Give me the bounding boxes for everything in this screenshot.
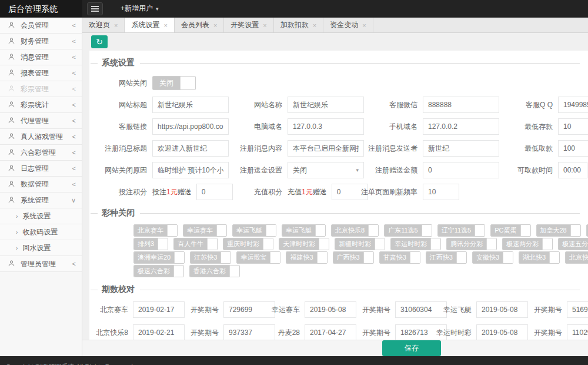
tab[interactable]: 欢迎页 × xyxy=(82,18,125,32)
site-name-input[interactable] xyxy=(288,97,364,113)
sidebar-item[interactable]: 财务管理 < xyxy=(0,34,82,49)
lottery-toggle[interactable]: 腾讯分分彩 xyxy=(446,238,497,250)
sidebar-item[interactable]: 回水设置 › xyxy=(0,240,82,256)
lottery-toggle[interactable]: 福建快3 xyxy=(286,251,327,264)
lottery-toggle[interactable]: 辽宁11选5 xyxy=(437,224,486,237)
sidebar-item[interactable]: 彩票管理 < xyxy=(0,81,82,97)
withdraw-time-from-input[interactable] xyxy=(558,162,587,178)
issue-date-input[interactable] xyxy=(305,324,356,340)
issue-date-input[interactable] xyxy=(476,301,528,318)
toggle-state-label: 关闭 xyxy=(153,77,180,89)
sidebar-item[interactable]: 报表管理 < xyxy=(0,65,82,81)
sidebar-item[interactable]: 真人游戏管理 < xyxy=(0,129,82,145)
tab[interactable]: 系统设置 × xyxy=(125,18,174,32)
lottery-toggle[interactable]: 江苏快3 xyxy=(190,251,231,264)
sidebar-item[interactable]: 系统管理 ∨ xyxy=(0,193,82,208)
chevron-icon: < xyxy=(72,133,76,140)
reg-msg-title-input[interactable] xyxy=(152,140,229,157)
reg-msg-content-input[interactable] xyxy=(288,140,364,157)
lottery-toggle[interactable]: PC蛋蛋 xyxy=(490,224,530,237)
lottery-toggle[interactable]: 极速两分彩 xyxy=(502,238,553,250)
reg-bonus-amount-input[interactable] xyxy=(423,162,499,178)
tab[interactable]: 开奖设置 × xyxy=(224,18,273,32)
lottery-toggle[interactable]: 幸运骰宝 xyxy=(236,251,280,264)
add-user-menu[interactable]: +新增用户 ▾ xyxy=(121,4,159,14)
sidebar-item[interactable]: 彩票统计 < xyxy=(0,97,82,113)
site-close-toggle[interactable]: 关闭 xyxy=(152,76,196,90)
close-icon[interactable]: × xyxy=(213,22,217,29)
save-button[interactable]: 保存 xyxy=(382,340,441,356)
sidebar-item[interactable]: 系统设置 › xyxy=(0,208,82,224)
lottery-toggle[interactable]: 幸运飞艇 xyxy=(232,224,276,237)
sidebar-item[interactable]: 管理员管理 < xyxy=(0,256,82,272)
issue-number-input[interactable] xyxy=(567,324,588,340)
reg-bonus-select[interactable]: 关闭 ▾ xyxy=(288,162,364,178)
service-qq-input[interactable] xyxy=(558,97,588,113)
tab[interactable]: 加款扣款 × xyxy=(274,18,323,32)
sidebar-item-label: 系统设置 xyxy=(22,211,51,221)
sidebar-item[interactable]: 收款码设置 › xyxy=(0,224,82,240)
lottery-toggle[interactable]: 极速六合彩 xyxy=(133,265,184,277)
lottery-toggle[interactable]: 安徽快3 xyxy=(472,251,513,264)
lottery-toggle[interactable]: 幸运飞艇 xyxy=(282,224,326,237)
lottery-toggle[interactable]: 幸运赛车 xyxy=(183,224,227,237)
pc-domain-input[interactable] xyxy=(288,118,364,135)
lottery-toggle[interactable]: 澳洲幸运20 xyxy=(133,251,185,264)
lottery-toggle[interactable]: 湖北快3 xyxy=(519,251,560,264)
sidebar-item[interactable]: 会员管理 < xyxy=(0,18,82,34)
lottery-toggle[interactable]: 广东11选5 xyxy=(384,224,432,237)
issue-date-input[interactable] xyxy=(133,324,185,340)
tab[interactable]: 资金变动 × xyxy=(323,18,373,32)
lottery-toggle[interactable]: 重庆时时彩 xyxy=(223,238,273,250)
lottery-toggle[interactable]: 北京快3 xyxy=(565,251,588,264)
chevron-icon: < xyxy=(72,260,76,267)
lottery-name: 澳洲幸运20 xyxy=(134,252,174,263)
field-service-link: 客服链接 xyxy=(91,118,226,135)
lottery-toggle[interactable]: 甘肃快3 xyxy=(379,251,420,264)
close-icon[interactable]: × xyxy=(263,22,266,29)
red-highlight: 1元 xyxy=(166,188,178,196)
sidebar-item[interactable]: 日志管理 < xyxy=(0,161,82,177)
min-deposit-input[interactable] xyxy=(558,118,588,135)
lottery-toggle[interactable]: 幸运时时彩 xyxy=(390,238,441,250)
menu-toggle-button[interactable] xyxy=(87,2,103,15)
sidebar-item[interactable]: 消息管理 < xyxy=(0,49,82,65)
refresh-button[interactable]: ↻ xyxy=(91,35,108,48)
reg-msg-sender-input[interactable] xyxy=(423,140,499,157)
service-wechat-input[interactable] xyxy=(423,97,499,113)
lottery-toggle[interactable]: 香港六合彩 xyxy=(189,265,240,277)
lottery-toggle[interactable]: 天津时时彩 xyxy=(279,238,329,250)
close-icon[interactable]: × xyxy=(362,22,366,29)
sidebar-item[interactable]: 数据管理 < xyxy=(0,177,82,193)
close-icon[interactable]: × xyxy=(313,22,316,29)
issue-date-input[interactable] xyxy=(133,301,185,318)
sidebar-item-label: 日志管理 xyxy=(21,164,49,174)
lottery-toggle[interactable]: 北京快乐8 xyxy=(331,224,379,237)
tab[interactable]: 会员列表 × xyxy=(175,18,224,32)
issue-number-input[interactable] xyxy=(567,301,588,318)
refresh-rate-input[interactable] xyxy=(423,184,459,200)
site-title-input[interactable] xyxy=(152,97,229,113)
lottery-toggle[interactable]: 排列3 xyxy=(133,238,168,250)
lottery-toggle[interactable]: 百人牛牛 xyxy=(173,238,218,250)
service-link-input[interactable] xyxy=(152,118,229,135)
lottery-toggle[interactable]: 极速五分彩 xyxy=(558,238,588,250)
min-withdraw-input[interactable] xyxy=(558,140,588,157)
toggle-knob xyxy=(503,252,513,263)
close-reason-input[interactable] xyxy=(152,162,229,178)
lottery-toggle[interactable]: 北京赛车 xyxy=(133,224,178,237)
red-highlight: 1元 xyxy=(302,188,313,196)
sidebar-item[interactable]: 六合彩管理 < xyxy=(0,145,82,161)
sidebar-item[interactable]: 代理管理 < xyxy=(0,113,82,129)
lottery-toggle[interactable]: 新疆时时彩 xyxy=(335,238,385,250)
issue-date-input[interactable] xyxy=(305,301,356,318)
issue-date-input[interactable] xyxy=(476,324,528,340)
close-icon[interactable]: × xyxy=(163,22,167,29)
lottery-toggle[interactable]: 广西快3 xyxy=(333,251,374,264)
lottery-toggle[interactable]: 江西快3 xyxy=(426,251,467,264)
sidebar-item-label: 系统管理 xyxy=(21,195,49,205)
close-icon[interactable]: × xyxy=(114,22,118,29)
lottery-name: 百人牛牛 xyxy=(174,238,207,250)
mobile-domain-input[interactable] xyxy=(423,118,499,135)
lottery-toggle[interactable]: 加拿大28 xyxy=(536,224,581,237)
